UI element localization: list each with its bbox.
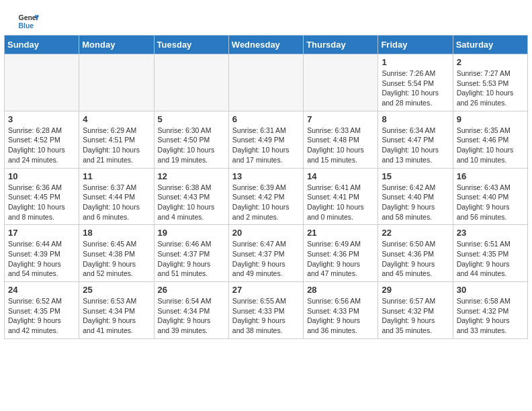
day-number: 1 <box>382 57 449 67</box>
calendar-cell: 13Sunrise: 6:39 AM Sunset: 4:42 PM Dayli… <box>228 168 303 225</box>
day-info: Sunrise: 6:51 AM Sunset: 4:35 PM Dayligh… <box>457 239 524 279</box>
day-info: Sunrise: 6:55 AM Sunset: 4:33 PM Dayligh… <box>232 296 300 336</box>
calendar-cell: 8Sunrise: 6:34 AM Sunset: 4:47 PM Daylig… <box>378 111 453 168</box>
day-info: Sunrise: 6:50 AM Sunset: 4:36 PM Dayligh… <box>382 239 449 279</box>
day-info: Sunrise: 6:47 AM Sunset: 4:37 PM Dayligh… <box>232 239 300 279</box>
calendar-cell: 24Sunrise: 6:52 AM Sunset: 4:35 PM Dayli… <box>5 282 79 339</box>
calendar-cell: 20Sunrise: 6:47 AM Sunset: 4:37 PM Dayli… <box>228 225 303 282</box>
day-number: 15 <box>382 171 449 181</box>
calendar-cell: 21Sunrise: 6:49 AM Sunset: 4:36 PM Dayli… <box>304 225 378 282</box>
calendar-cell: 19Sunrise: 6:46 AM Sunset: 4:37 PM Dayli… <box>154 225 228 282</box>
calendar-week-row: 10Sunrise: 6:36 AM Sunset: 4:45 PM Dayli… <box>5 168 528 225</box>
day-info: Sunrise: 6:29 AM Sunset: 4:51 PM Dayligh… <box>83 126 150 165</box>
day-number: 18 <box>83 228 150 238</box>
calendar-cell: 15Sunrise: 6:42 AM Sunset: 4:40 PM Dayli… <box>378 168 453 225</box>
logo-icon: General Blue <box>17 11 39 32</box>
day-info: Sunrise: 6:54 AM Sunset: 4:34 PM Dayligh… <box>158 296 225 336</box>
day-number: 11 <box>83 171 150 181</box>
day-number: 10 <box>8 171 75 181</box>
day-info: Sunrise: 6:43 AM Sunset: 4:40 PM Dayligh… <box>457 183 524 222</box>
day-info: Sunrise: 6:52 AM Sunset: 4:35 PM Dayligh… <box>8 296 75 336</box>
day-info: Sunrise: 6:30 AM Sunset: 4:50 PM Dayligh… <box>158 126 225 165</box>
day-number: 26 <box>158 285 225 295</box>
calendar-cell: 9Sunrise: 6:35 AM Sunset: 4:46 PM Daylig… <box>453 111 527 168</box>
calendar-week-row: 24Sunrise: 6:52 AM Sunset: 4:35 PM Dayli… <box>5 282 528 339</box>
day-info: Sunrise: 6:58 AM Sunset: 4:32 PM Dayligh… <box>457 296 524 336</box>
calendar-cell: 7Sunrise: 6:33 AM Sunset: 4:48 PM Daylig… <box>304 111 378 168</box>
day-number: 19 <box>158 228 225 238</box>
day-info: Sunrise: 6:46 AM Sunset: 4:37 PM Dayligh… <box>158 239 225 279</box>
day-info: Sunrise: 6:57 AM Sunset: 4:32 PM Dayligh… <box>382 296 449 336</box>
day-number: 29 <box>382 285 449 295</box>
day-info: Sunrise: 6:37 AM Sunset: 4:44 PM Dayligh… <box>83 183 150 222</box>
day-number: 14 <box>307 171 374 181</box>
day-info: Sunrise: 6:41 AM Sunset: 4:41 PM Dayligh… <box>307 183 374 222</box>
day-number: 25 <box>83 285 150 295</box>
day-info: Sunrise: 6:42 AM Sunset: 4:40 PM Dayligh… <box>382 183 449 222</box>
calendar-week-row: 1Sunrise: 7:26 AM Sunset: 5:54 PM Daylig… <box>5 54 528 111</box>
day-number: 5 <box>158 114 225 124</box>
calendar-cell: 6Sunrise: 6:31 AM Sunset: 4:49 PM Daylig… <box>228 111 303 168</box>
day-number: 24 <box>8 285 75 295</box>
calendar-cell: 23Sunrise: 6:51 AM Sunset: 4:35 PM Dayli… <box>453 225 527 282</box>
logo: General Blue <box>17 11 39 32</box>
day-number: 3 <box>8 114 75 124</box>
calendar-cell: 3Sunrise: 6:28 AM Sunset: 4:52 PM Daylig… <box>5 111 79 168</box>
page-header: General Blue <box>4 0 528 35</box>
day-number: 16 <box>457 171 524 181</box>
calendar-cell: 4Sunrise: 6:29 AM Sunset: 4:51 PM Daylig… <box>79 111 154 168</box>
weekday-header-sunday: Sunday <box>5 36 79 54</box>
calendar-cell: 16Sunrise: 6:43 AM Sunset: 4:40 PM Dayli… <box>453 168 527 225</box>
day-number: 6 <box>232 114 300 124</box>
day-info: Sunrise: 6:31 AM Sunset: 4:49 PM Dayligh… <box>232 126 300 165</box>
calendar-week-row: 3Sunrise: 6:28 AM Sunset: 4:52 PM Daylig… <box>5 111 528 168</box>
calendar-cell: 26Sunrise: 6:54 AM Sunset: 4:34 PM Dayli… <box>154 282 228 339</box>
day-info: Sunrise: 6:33 AM Sunset: 4:48 PM Dayligh… <box>307 126 374 165</box>
calendar-header-row: SundayMondayTuesdayWednesdayThursdayFrid… <box>5 36 528 54</box>
calendar-cell: 17Sunrise: 6:44 AM Sunset: 4:39 PM Dayli… <box>5 225 79 282</box>
weekday-header-monday: Monday <box>79 36 154 54</box>
day-number: 7 <box>307 114 374 124</box>
weekday-header-tuesday: Tuesday <box>154 36 228 54</box>
calendar-cell: 14Sunrise: 6:41 AM Sunset: 4:41 PM Dayli… <box>304 168 378 225</box>
day-info: Sunrise: 7:27 AM Sunset: 5:53 PM Dayligh… <box>457 68 524 108</box>
day-info: Sunrise: 6:38 AM Sunset: 4:43 PM Dayligh… <box>158 183 225 222</box>
calendar-cell: 22Sunrise: 6:50 AM Sunset: 4:36 PM Dayli… <box>378 225 453 282</box>
day-info: Sunrise: 6:56 AM Sunset: 4:33 PM Dayligh… <box>307 296 374 336</box>
weekday-header-friday: Friday <box>378 36 453 54</box>
day-info: Sunrise: 6:53 AM Sunset: 4:34 PM Dayligh… <box>83 296 150 336</box>
day-number: 22 <box>382 228 449 238</box>
calendar-cell <box>304 54 378 111</box>
day-info: Sunrise: 6:45 AM Sunset: 4:38 PM Dayligh… <box>83 239 150 279</box>
calendar-cell: 10Sunrise: 6:36 AM Sunset: 4:45 PM Dayli… <box>5 168 79 225</box>
day-info: Sunrise: 6:39 AM Sunset: 4:42 PM Dayligh… <box>232 183 300 222</box>
calendar-cell: 30Sunrise: 6:58 AM Sunset: 4:32 PM Dayli… <box>453 282 527 339</box>
weekday-header-wednesday: Wednesday <box>228 36 303 54</box>
day-info: Sunrise: 6:36 AM Sunset: 4:45 PM Dayligh… <box>8 183 75 222</box>
day-number: 13 <box>232 171 300 181</box>
svg-text:Blue: Blue <box>19 22 34 30</box>
calendar-cell: 27Sunrise: 6:55 AM Sunset: 4:33 PM Dayli… <box>228 282 303 339</box>
day-number: 17 <box>8 228 75 238</box>
day-number: 30 <box>457 285 524 295</box>
calendar-cell <box>79 54 154 111</box>
calendar-cell <box>154 54 228 111</box>
day-info: Sunrise: 6:44 AM Sunset: 4:39 PM Dayligh… <box>8 239 75 279</box>
calendar-cell: 29Sunrise: 6:57 AM Sunset: 4:32 PM Dayli… <box>378 282 453 339</box>
day-number: 9 <box>457 114 524 124</box>
day-info: Sunrise: 6:28 AM Sunset: 4:52 PM Dayligh… <box>8 126 75 165</box>
calendar-cell: 28Sunrise: 6:56 AM Sunset: 4:33 PM Dayli… <box>304 282 378 339</box>
day-number: 12 <box>158 171 225 181</box>
day-number: 8 <box>382 114 449 124</box>
weekday-header-thursday: Thursday <box>304 36 378 54</box>
day-info: Sunrise: 6:49 AM Sunset: 4:36 PM Dayligh… <box>307 239 374 279</box>
calendar-cell: 11Sunrise: 6:37 AM Sunset: 4:44 PM Dayli… <box>79 168 154 225</box>
day-number: 23 <box>457 228 524 238</box>
day-info: Sunrise: 6:34 AM Sunset: 4:47 PM Dayligh… <box>382 126 449 165</box>
day-number: 20 <box>232 228 300 238</box>
day-number: 28 <box>307 285 374 295</box>
calendar-table: SundayMondayTuesdayWednesdayThursdayFrid… <box>4 35 528 339</box>
day-info: Sunrise: 6:35 AM Sunset: 4:46 PM Dayligh… <box>457 126 524 165</box>
day-number: 2 <box>457 57 524 67</box>
calendar-week-row: 17Sunrise: 6:44 AM Sunset: 4:39 PM Dayli… <box>5 225 528 282</box>
